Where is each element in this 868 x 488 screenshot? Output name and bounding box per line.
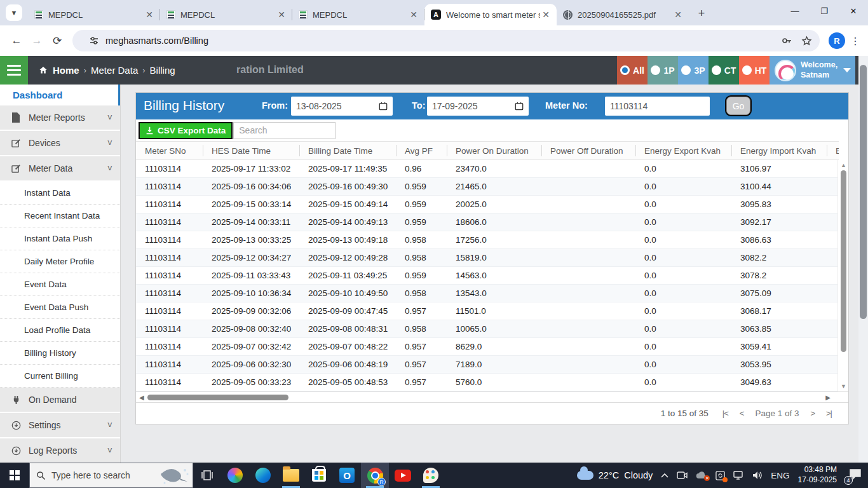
new-tab-button[interactable]: +: [694, 8, 709, 19]
taskbar-search-box[interactable]: Type here to search: [29, 463, 193, 488]
tab-pdf[interactable]: 20250904165525.pdf ✕: [557, 4, 689, 25]
language-indicator[interactable]: ENG: [771, 471, 789, 480]
table-vertical-scrollbar[interactable]: ▲ ▼: [837, 160, 848, 391]
weather-widget[interactable]: 22°C Cloudy: [577, 470, 653, 480]
omnibox[interactable]: meghasmarts.com/Billing: [72, 30, 820, 51]
file-explorer-icon[interactable]: [277, 463, 305, 488]
tab-mepdcl-2[interactable]: MEPDCL ✕: [160, 4, 292, 25]
filter-ht[interactable]: HT: [739, 56, 770, 85]
volume-icon[interactable]: [752, 471, 763, 480]
tab-mepdcl-3[interactable]: MEPDCL ✕: [292, 4, 424, 25]
sidebar-subitem[interactable]: Current Billing: [0, 365, 120, 388]
filter-all[interactable]: All: [617, 56, 648, 85]
tab-list-dropdown-icon[interactable]: ▼: [6, 4, 22, 21]
youtube-icon[interactable]: [389, 463, 417, 488]
sidebar-item-devices[interactable]: Devices ˅: [0, 131, 120, 156]
breadcrumb-home[interactable]: Home: [53, 65, 79, 76]
filter-ct[interactable]: CT: [709, 56, 739, 85]
minimize-button[interactable]: —: [780, 0, 810, 22]
sidebar-subitem[interactable]: Recent Instant Data: [0, 205, 120, 227]
scroll-right-icon[interactable]: ▶: [825, 394, 831, 401]
sidebar-item-on-demand[interactable]: On Demand: [0, 388, 120, 413]
next-page-button[interactable]: >: [810, 409, 815, 418]
onedrive-error-icon[interactable]: ✕: [696, 471, 707, 479]
breadcrumb-meter-data[interactable]: Meter Data: [91, 65, 138, 76]
breadcrumb-billing[interactable]: Billing: [150, 65, 175, 76]
to-date-input[interactable]: 17-09-2025: [427, 97, 529, 116]
radio-1p-icon[interactable]: [651, 65, 660, 75]
tab-close-icon[interactable]: ✕: [408, 9, 419, 20]
sidebar-subitem[interactable]: Instant Data: [0, 182, 120, 205]
sidebar-item-meter-data[interactable]: Meter Data ˅: [0, 156, 120, 182]
sidebar-item-log-reports[interactable]: Log Reports ˅: [0, 438, 120, 464]
sidebar-subitem[interactable]: Instant Data Push: [0, 227, 120, 250]
tab-close-icon[interactable]: ✕: [540, 9, 552, 20]
calendar-icon[interactable]: [515, 102, 524, 111]
vertical-scroll-thumb[interactable]: [841, 170, 846, 352]
sidebar-item-dashboard[interactable]: Dashboard: [0, 85, 120, 105]
radio-ct-icon[interactable]: [712, 65, 721, 75]
go-button[interactable]: Go: [726, 97, 750, 115]
close-button[interactable]: ✕: [839, 0, 868, 22]
microsoft-store-icon[interactable]: [305, 463, 333, 488]
site-settings-icon[interactable]: [89, 36, 99, 46]
tab-close-icon[interactable]: ✕: [672, 9, 684, 20]
paint-icon[interactable]: [417, 463, 445, 488]
filter-3p[interactable]: 3P: [678, 56, 709, 85]
camera-tray-icon[interactable]: [677, 471, 688, 480]
url-text[interactable]: meghasmarts.com/Billing: [105, 36, 772, 46]
sidebar-item-settings[interactable]: Settings ˅: [0, 413, 120, 438]
scroll-up-icon[interactable]: ▲: [838, 162, 849, 168]
sidebar-subitem[interactable]: Billing History: [0, 342, 120, 365]
page-scroll-thumb[interactable]: [860, 65, 867, 319]
last-page-button[interactable]: >|: [826, 409, 832, 418]
sidebar-subitem[interactable]: Event Data: [0, 273, 120, 296]
restore-button[interactable]: ❐: [810, 0, 839, 22]
angular-favicon: A: [431, 10, 441, 20]
profile-avatar[interactable]: R: [829, 32, 845, 49]
user-menu[interactable]: Welcome, Satnam: [770, 56, 855, 85]
from-date-input[interactable]: 13-08-2025: [291, 97, 393, 116]
edge-icon[interactable]: [249, 463, 277, 488]
sidebar-subitem[interactable]: Daily Meter Profile: [0, 250, 120, 273]
tab-smart-meter-active[interactable]: A Welcome to smart meter sys ✕: [424, 4, 557, 25]
horizontal-scroll-thumb[interactable]: [147, 395, 288, 400]
calendar-icon[interactable]: [379, 102, 388, 111]
radio-ht-icon[interactable]: [742, 65, 752, 75]
tray-expand-icon[interactable]: [661, 473, 668, 478]
sidebar-subitem[interactable]: Event Data Push: [0, 296, 120, 319]
scroll-down-icon[interactable]: ▼: [838, 383, 849, 390]
meter-no-input[interactable]: [605, 97, 710, 116]
tab-close-icon[interactable]: ✕: [276, 9, 287, 20]
taskbar-clock[interactable]: 03:48 PM 17-09-2025: [798, 465, 837, 485]
filter-1p[interactable]: 1P: [648, 56, 678, 85]
hamburger-menu-button[interactable]: [0, 56, 28, 85]
outlook-icon[interactable]: O: [333, 463, 361, 488]
table-horizontal-scrollbar[interactable]: ◀ ▶: [136, 391, 848, 402]
copilot-icon[interactable]: [221, 463, 249, 488]
bookmark-star-icon[interactable]: [801, 36, 812, 46]
scroll-left-icon[interactable]: ◀: [139, 394, 144, 401]
task-view-button[interactable]: [193, 463, 221, 488]
network-icon[interactable]: [733, 471, 744, 480]
prev-page-button[interactable]: <: [740, 409, 744, 418]
radio-3p-icon[interactable]: [681, 65, 691, 75]
csv-export-button[interactable]: CSV Export Data: [139, 122, 233, 139]
table-search-input[interactable]: [233, 122, 336, 139]
radio-all-icon[interactable]: [620, 65, 630, 75]
chrome-icon[interactable]: R: [361, 463, 389, 488]
reload-icon[interactable]: ⟳: [47, 30, 67, 51]
update-tray-icon[interactable]: [715, 471, 725, 480]
action-center-button[interactable]: 4: [845, 468, 862, 482]
back-icon[interactable]: ←: [6, 30, 27, 51]
sidebar-subitem[interactable]: Load Profile Data: [0, 319, 120, 342]
forward-icon[interactable]: →: [27, 30, 47, 51]
page-scrollbar[interactable]: [858, 56, 868, 463]
tab-close-icon[interactable]: ✕: [144, 9, 155, 20]
browser-menu-icon[interactable]: ⋮: [849, 35, 862, 47]
sidebar-item-meter-reports[interactable]: Meter Reports ˅: [0, 105, 120, 131]
first-page-button[interactable]: |<: [722, 409, 728, 418]
start-button[interactable]: [0, 463, 29, 488]
tab-mepdcl-1[interactable]: MEPDCL ✕: [28, 4, 160, 25]
password-key-icon[interactable]: [781, 35, 792, 46]
